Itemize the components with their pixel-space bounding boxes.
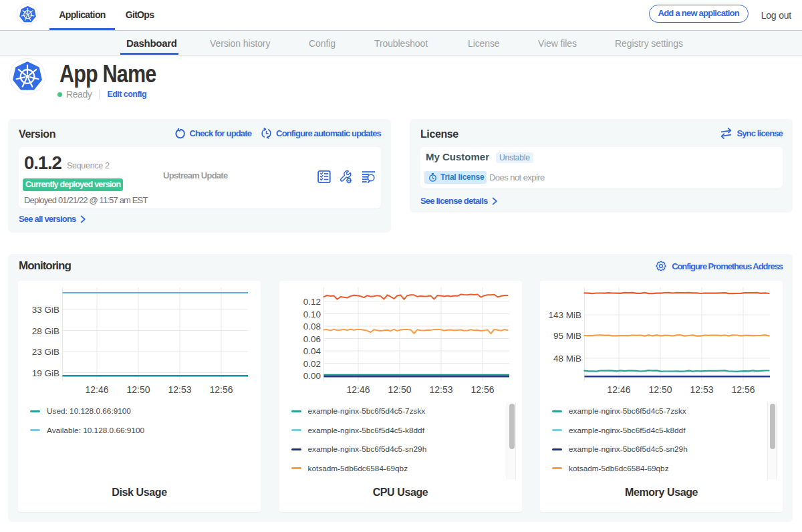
svg-text:12:46: 12:46 <box>346 384 370 395</box>
svg-text:12:50: 12:50 <box>126 384 150 395</box>
svg-text:12:53: 12:53 <box>168 384 191 395</box>
svg-text:12:53: 12:53 <box>690 384 713 395</box>
svg-text:0.06: 0.06 <box>303 334 320 344</box>
svg-text:12:56: 12:56 <box>471 384 494 395</box>
svg-text:12:46: 12:46 <box>85 384 108 395</box>
svg-text:28 GiB: 28 GiB <box>32 326 59 336</box>
svg-text:95 MiB: 95 MiB <box>553 331 581 341</box>
svg-text:0.10: 0.10 <box>303 309 320 319</box>
svg-text:19 GiB: 19 GiB <box>32 368 59 378</box>
svg-text:12:56: 12:56 <box>209 384 233 395</box>
svg-text:0.12: 0.12 <box>303 297 320 307</box>
svg-text:12:53: 12:53 <box>429 384 452 395</box>
svg-text:12:56: 12:56 <box>731 384 755 395</box>
svg-text:12:46: 12:46 <box>607 384 630 395</box>
svg-text:12:50: 12:50 <box>388 384 411 395</box>
svg-text:48 MiB: 48 MiB <box>553 354 581 364</box>
svg-text:0.02: 0.02 <box>303 359 320 369</box>
svg-text:0.04: 0.04 <box>303 346 321 356</box>
svg-text:0.08: 0.08 <box>303 321 320 331</box>
svg-text:12:50: 12:50 <box>648 384 672 395</box>
svg-text:23 GiB: 23 GiB <box>32 347 59 357</box>
svg-text:0.00: 0.00 <box>303 371 320 381</box>
svg-text:143 MiB: 143 MiB <box>548 310 581 320</box>
svg-text:33 GiB: 33 GiB <box>32 305 59 315</box>
